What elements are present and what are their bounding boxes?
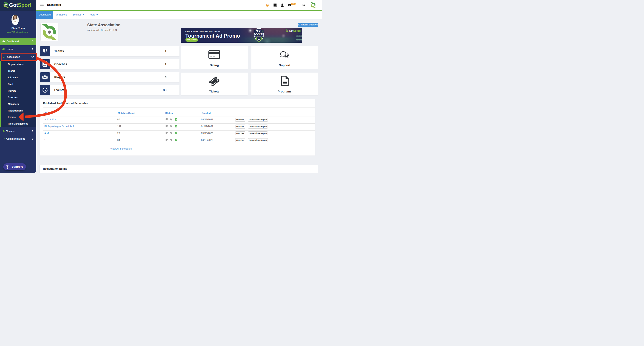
svg-text:?: ?	[7, 166, 8, 168]
svg-text:CHAMPIONSHIP: CHAMPIONSHIP	[255, 36, 263, 37]
svg-text:SOCCER: SOCCER	[254, 33, 264, 36]
